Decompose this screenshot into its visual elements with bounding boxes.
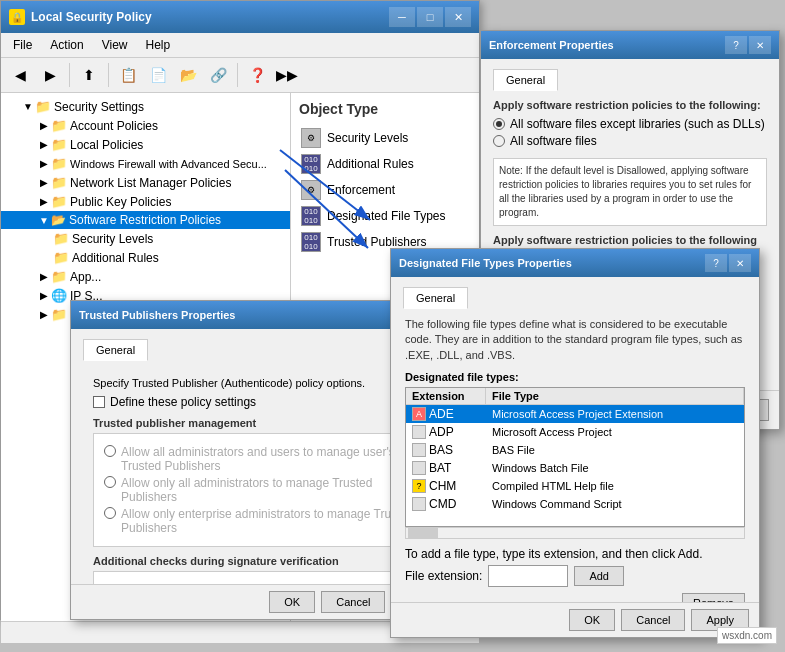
desig-cancel-button[interactable]: Cancel	[621, 609, 685, 631]
enf-note: Note: If the default level is Disallowed…	[493, 158, 767, 226]
desig-row-bat[interactable]: BAT Windows Batch File	[406, 459, 744, 477]
desig-ok-button[interactable]: OK	[569, 609, 615, 631]
trusted-radio-3-label: Allow only enterprise administrators to …	[121, 507, 426, 535]
expand-icon-pk: ▶	[37, 195, 51, 209]
security-levels-icon: ⚙	[301, 128, 321, 148]
trusted-tab-general[interactable]: General	[83, 339, 148, 361]
next-button[interactable]: ▶▶	[274, 62, 300, 88]
trusted-checkbox-row[interactable]: Define these policy settings	[93, 395, 437, 409]
desig-row-ade[interactable]: A ADE Microsoft Access Project Extension	[406, 405, 744, 423]
ot-security-levels-label: Security Levels	[327, 131, 408, 145]
desig-cell-cmd-type: Windows Command Script	[486, 497, 744, 511]
folder-icon-sr: 📂	[51, 213, 66, 227]
expand-icon-sr: ▼	[37, 213, 51, 227]
ot-enforcement[interactable]: ⚙ Enforcement	[299, 177, 471, 203]
bat-icon	[412, 461, 426, 475]
tree-account-policies[interactable]: ▶ 📁 Account Policies	[1, 116, 290, 135]
enf-close-button[interactable]: ✕	[749, 36, 771, 54]
tree-app[interactable]: ▶ 📁 App...	[1, 267, 290, 286]
desig-close-button[interactable]: ✕	[729, 254, 751, 272]
enf-radio-all[interactable]: All software files	[493, 134, 767, 148]
back-button[interactable]: ◀	[7, 62, 33, 88]
desig-tab-general[interactable]: General	[403, 287, 468, 309]
menu-action[interactable]: Action	[42, 35, 91, 55]
link-button[interactable]: 🔗	[205, 62, 231, 88]
desig-row-adp[interactable]: ADP Microsoft Access Project	[406, 423, 744, 441]
cmd-icon	[412, 497, 426, 511]
tree-additional-rules-label: Additional Rules	[72, 251, 159, 265]
forward-button[interactable]: ▶	[37, 62, 63, 88]
ot-enforcement-label: Enforcement	[327, 183, 395, 197]
main-title-bar: 🔒 Local Security Policy ─ □ ✕	[1, 1, 479, 33]
expand-icon-nl: ▶	[37, 176, 51, 190]
ot-security-levels[interactable]: ⚙ Security Levels	[299, 125, 471, 151]
help-button[interactable]: ❓	[244, 62, 270, 88]
folder-icon-nl: 📁	[51, 175, 67, 190]
desig-ext-input[interactable]	[488, 565, 568, 587]
designated-file-types-icon: 010010	[301, 206, 321, 226]
menu-file[interactable]: File	[5, 35, 40, 55]
chm-icon: ?	[412, 479, 426, 493]
desig-dialog-title: Designated File Types Properties	[399, 257, 572, 269]
desig-row-cmd[interactable]: CMD Windows Command Script	[406, 495, 744, 513]
tree-software-restriction[interactable]: ▼ 📂 Software Restriction Policies	[1, 211, 290, 229]
desig-dialog-controls: ? ✕	[705, 254, 751, 272]
trusted-radio-3-dot	[104, 507, 116, 519]
toolbar-separator-3	[237, 63, 238, 87]
close-button[interactable]: ✕	[445, 7, 471, 27]
desig-ext-input-row: File extension: Add	[405, 565, 745, 587]
tree-local-policies[interactable]: ▶ 📁 Local Policies	[1, 135, 290, 154]
minimize-button[interactable]: ─	[389, 7, 415, 27]
folder-icon-wf: 📁	[51, 156, 67, 171]
title-bar-left: 🔒 Local Security Policy	[9, 9, 152, 25]
tree-public-key[interactable]: ▶ 📁 Public Key Policies	[1, 192, 290, 211]
desig-scrollbar[interactable]	[405, 527, 745, 539]
copy-button[interactable]: 📋	[115, 62, 141, 88]
up-button[interactable]: ⬆	[76, 62, 102, 88]
trusted-mgmt-label: Trusted publisher management	[93, 417, 437, 429]
ot-designated-file-types[interactable]: 010010 Designated File Types	[299, 203, 471, 229]
trusted-define-checkbox[interactable]	[93, 396, 105, 408]
enforcement-icon: ⚙	[301, 180, 321, 200]
desig-add-button[interactable]: Add	[574, 566, 624, 586]
desig-dialog-body: General The following file types define …	[391, 277, 759, 603]
desig-ext-label: File extension:	[405, 569, 482, 583]
menu-help[interactable]: Help	[138, 35, 179, 55]
desig-row-chm[interactable]: ? CHM Compiled HTML Help file	[406, 477, 744, 495]
desig-footer: OK Cancel Apply	[391, 602, 759, 637]
desig-list-label: Designated file types:	[405, 371, 745, 383]
tree-network-list[interactable]: ▶ 📁 Network List Manager Policies	[1, 173, 290, 192]
bas-ext-label: BAS	[429, 443, 453, 457]
desig-cell-cmd-ext: CMD	[406, 496, 486, 512]
tree-root[interactable]: ▼ 📁 Security Settings	[1, 97, 290, 116]
trusted-radio-enterprise-admins: Allow only enterprise administrators to …	[104, 507, 426, 535]
desig-row-bas[interactable]: BAS BAS File	[406, 441, 744, 459]
enf-help-button[interactable]: ?	[725, 36, 747, 54]
trusted-publishers-icon: 010010	[301, 232, 321, 252]
tree-app-label: App...	[70, 270, 101, 284]
trusted-radio-1-dot	[104, 445, 116, 457]
desig-scrollbar-thumb[interactable]	[408, 528, 438, 538]
desig-cell-bat-type: Windows Batch File	[486, 461, 744, 475]
tree-windows-firewall[interactable]: ▶ 📁 Windows Firewall with Advanced Secu.…	[1, 154, 290, 173]
desig-help-button[interactable]: ?	[705, 254, 727, 272]
menu-view[interactable]: View	[94, 35, 136, 55]
maximize-button[interactable]: □	[417, 7, 443, 27]
ot-additional-rules[interactable]: 010010 Additional Rules	[299, 151, 471, 177]
network-icon: 🌐	[51, 288, 67, 303]
desig-cell-ade-type: Microsoft Access Project Extension	[486, 407, 744, 421]
enf-radio-dlls[interactable]: All software files except libraries (suc…	[493, 117, 767, 131]
trusted-cancel-button[interactable]: Cancel	[321, 591, 385, 613]
enf-tab-general[interactable]: General	[493, 69, 558, 91]
paste-button[interactable]: 📄	[145, 62, 171, 88]
tree-additional-rules[interactable]: 📁 Additional Rules	[1, 248, 290, 267]
folder-icon-sl: 📁	[53, 231, 69, 246]
tree-security-levels[interactable]: 📁 Security Levels	[1, 229, 290, 248]
menu-bar: File Action View Help	[1, 33, 479, 58]
ot-trusted-publishers-label: Trusted Publishers	[327, 235, 427, 249]
trusted-ok-button[interactable]: OK	[269, 591, 315, 613]
open-button[interactable]: 📂	[175, 62, 201, 88]
folder-icon-lp: 📁	[51, 137, 67, 152]
expand-icon-ap: ▶	[37, 119, 51, 133]
desig-cell-adp-type: Microsoft Access Project	[486, 425, 744, 439]
